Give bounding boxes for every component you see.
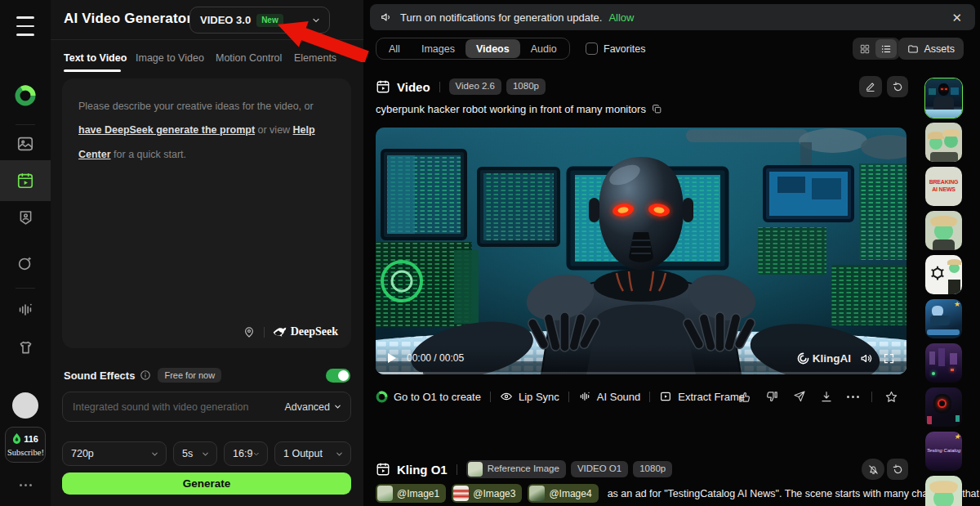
testing-catalog-text: Testing Catalog (927, 448, 960, 454)
history-thumb-dark-robot[interactable] (925, 387, 962, 427)
chevron-down-icon (252, 450, 261, 459)
history-thumb-characters[interactable] (925, 123, 962, 162)
history-thumb-character-2[interactable] (925, 476, 962, 506)
mention-thumbnail (453, 486, 469, 501)
mention-image4[interactable]: @Image4 (528, 484, 598, 503)
regenerate-button[interactable] (887, 76, 908, 97)
location-pin-icon[interactable] (243, 325, 256, 338)
video-player[interactable]: 00:00 / 00:05 KlingAI (376, 128, 906, 374)
fullscreen-icon[interactable] (883, 352, 895, 365)
close-icon[interactable]: ✕ (951, 11, 962, 24)
resolution-select[interactable]: 720p (62, 441, 167, 466)
effects-tool-icon[interactable] (0, 254, 51, 272)
tab-text-to-video[interactable]: Text to Video (64, 52, 127, 64)
reference-image-badge[interactable]: Reference Image (466, 460, 566, 478)
lip-sync-button[interactable]: Lip Sync (500, 390, 559, 403)
generate-button[interactable]: Generate (62, 472, 351, 495)
info-icon[interactable] (140, 369, 151, 381)
history-thumb-openai[interactable] (925, 255, 962, 294)
history-thumb-breaking-news[interactable]: BREAKING AI NEWS (925, 167, 962, 206)
divider (490, 392, 491, 402)
model-select-value: VIDEO 3.0 (200, 14, 251, 26)
free-badge: Free for now (158, 368, 221, 383)
thumbs-up-icon[interactable] (737, 390, 751, 404)
goto-o1-button[interactable]: Go to O1 to create (376, 391, 481, 403)
filter-all[interactable]: All (378, 39, 411, 58)
quality-badge: 1080p (506, 78, 546, 95)
history-thumb-robot[interactable] (925, 78, 962, 118)
divider (457, 464, 457, 475)
history-thumb-character[interactable] (925, 211, 962, 250)
allow-button[interactable]: Allow (608, 11, 634, 24)
divider (649, 392, 650, 402)
mention-thumbnail (529, 486, 545, 501)
favorites-filter[interactable]: Favorites (586, 38, 645, 60)
more-options-icon[interactable] (847, 396, 859, 398)
left-rail: 116 Subscribe! (0, 0, 51, 506)
history-thumb-testing-catalog[interactable]: Testing Catalog ★ (925, 432, 962, 471)
image-tool-icon[interactable] (0, 135, 51, 153)
divider (439, 82, 440, 92)
filter-videos[interactable]: Videos (466, 39, 520, 58)
audio-tool-icon[interactable] (0, 301, 51, 319)
klingai-watermark: KlingAI (797, 352, 851, 365)
thumbs-down-icon[interactable] (765, 390, 779, 404)
assets-button[interactable]: Assets (898, 38, 964, 60)
menu-icon[interactable] (0, 13, 51, 39)
advanced-toggle[interactable]: Advanced (284, 401, 342, 413)
ai-sound-button[interactable]: AI Sound (578, 390, 641, 403)
favorite-star-icon[interactable] (884, 390, 898, 404)
duration-select[interactable]: 5s (173, 441, 217, 466)
grid-view-icon[interactable] (854, 39, 875, 58)
avatar[interactable] (0, 392, 51, 419)
kling-prompt-text: as an ad for "TestingCatalog AI News". T… (608, 488, 979, 499)
extract-frame-button[interactable]: Extract Frame (659, 390, 745, 403)
video-tool-item[interactable] (0, 160, 51, 201)
sound-input[interactable]: Integrated sound with video generation A… (62, 392, 351, 422)
tab-elements[interactable]: Elements (294, 52, 336, 64)
regenerate-button[interactable] (887, 459, 908, 480)
copy-icon[interactable] (652, 104, 662, 114)
aspect-ratio-select[interactable]: 16:9 (224, 441, 268, 466)
deepseek-prompt-link[interactable]: have DeepSeek generate the prompt (78, 124, 255, 136)
mute-notification-button[interactable] (862, 459, 884, 480)
favorites-checkbox[interactable] (586, 43, 598, 55)
play-icon[interactable] (387, 352, 397, 364)
mention-image1[interactable]: @Image1 (376, 484, 446, 503)
sound-input-placeholder: Integrated sound with video generation (73, 401, 284, 413)
subscribe-badge[interactable]: 116 Subscribe! (5, 427, 46, 463)
player-progress[interactable] (376, 372, 906, 374)
prompt-textarea[interactable]: Please describe your creative ideas for … (62, 78, 351, 348)
tab-motion-control[interactable]: Motion Control (216, 52, 282, 64)
tab-image-to-video[interactable]: Image to Video (136, 52, 204, 64)
filter-images[interactable]: Images (411, 39, 466, 58)
share-icon[interactable] (793, 390, 806, 403)
more-icon[interactable] (0, 484, 51, 486)
view-toggle (853, 38, 900, 60)
divider (871, 392, 872, 402)
energy-icon (12, 433, 21, 444)
kling-logo[interactable] (0, 85, 51, 106)
mention-image3[interactable]: @Image3 (452, 484, 522, 503)
wardrobe-tool-icon[interactable] (0, 339, 51, 356)
klingai-logo-icon (797, 352, 809, 365)
video-tool-icon (16, 172, 34, 190)
deepseek-brand: DeepSeek (273, 325, 338, 338)
player-time: 00:00 / 00:05 (407, 352, 464, 364)
edit-prompt-button[interactable] (859, 76, 882, 97)
filter-audio[interactable]: Audio (520, 39, 568, 58)
video-icon (376, 79, 390, 94)
digital-human-icon[interactable] (0, 208, 51, 226)
download-icon[interactable] (820, 390, 833, 403)
model-select[interactable]: VIDEO 3.0 New (189, 7, 330, 34)
output-count-select[interactable]: 1 Output (274, 441, 351, 466)
volume-icon[interactable] (860, 352, 874, 365)
history-thumb-city[interactable] (925, 343, 962, 383)
list-view-icon[interactable] (875, 39, 897, 58)
divider (51, 39, 363, 40)
history-thumb-blue-robot[interactable]: ★ (925, 299, 962, 338)
model-badge: Video 2.6 (449, 78, 501, 95)
generator-panel: AI Video Generator VIDEO 3.0 New Text to… (51, 0, 363, 506)
frame-icon (659, 390, 672, 403)
sound-effects-toggle[interactable] (326, 369, 350, 383)
